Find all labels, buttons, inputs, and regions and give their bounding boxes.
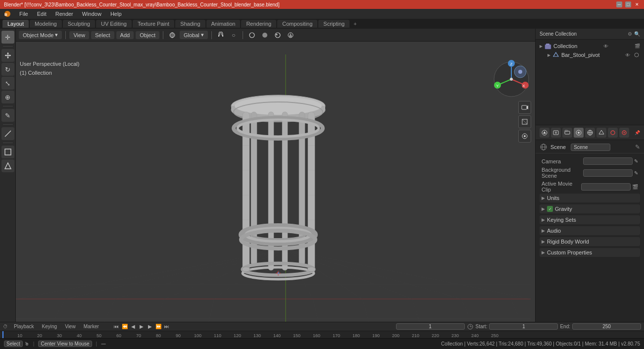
outliner-search-icon[interactable]: 🔍 [634,31,640,37]
play-button[interactable]: ▶ [138,323,145,330]
camera-pick-icon[interactable]: ✎ [634,158,638,164]
menu-file[interactable]: File [15,10,32,18]
minimize-button[interactable]: ─ [616,1,622,7]
next-keyframe-button[interactable]: ▶ [147,323,153,330]
annotate-tool-button[interactable]: ✎ [1,109,14,122]
viewlayer-properties-tab[interactable] [562,128,572,138]
menu-render[interactable]: Render [51,10,77,18]
rigid-body-header[interactable]: ▶ Rigid Body World [540,237,640,246]
close-button[interactable]: ✕ [634,1,640,7]
timeline-body[interactable]: 10 20 30 40 50 60 70 80 90 100 110 120 1… [0,331,644,338]
keying-sets-header[interactable]: ▶ Keying Sets [540,215,640,224]
step-forward-button[interactable]: ⏩ [155,323,162,330]
local-view-button[interactable] [518,130,531,143]
end-frame-input[interactable] [572,323,641,330]
rendered-icon[interactable] [285,30,296,41]
menu-window[interactable]: Window [78,10,105,18]
menu-help[interactable]: Help [106,10,126,18]
tab-animation[interactable]: Animation [206,20,241,28]
scene-edit-icon[interactable]: ✎ [635,144,640,150]
marker-menu[interactable]: Marker [82,323,101,330]
outliner-item-barstool[interactable]: ▶ Bar_Stool_pivot 👁 [536,50,644,59]
scene-properties-tab[interactable] [574,128,584,138]
object-properties-tab[interactable] [596,128,606,138]
collection-render-icon[interactable]: 🎬 [635,44,640,49]
global-transform-icon[interactable] [167,30,178,41]
camera-input[interactable] [583,157,633,165]
cursor-tool-button[interactable]: ✛ [1,31,14,44]
start-frame-input[interactable] [489,323,558,330]
rotate-tool-button[interactable]: ↻ [1,63,14,76]
audio-section-header[interactable]: ▶ Audio [540,226,640,235]
prev-keyframe-button[interactable]: ◀ [130,323,137,330]
prop-header-pin-icon[interactable]: 📌 [635,130,640,135]
render-properties-tab[interactable] [540,128,549,138]
outliner-filter-icon[interactable]: ⚙ [628,31,632,37]
scene-name-input[interactable] [571,144,610,151]
current-frame-input[interactable] [396,323,465,330]
world-properties-tab[interactable] [585,128,595,138]
jump-end-button[interactable]: ⏭ [163,323,170,330]
outliner-item-collection[interactable]: ▶ Collection 👁 🎬 [536,42,644,50]
maximize-button[interactable]: □ [625,1,631,7]
collection-visibility-icon[interactable]: 👁 [603,44,608,49]
proportional-edit-icon[interactable]: ○ [228,30,239,41]
select-menu[interactable]: Select [91,31,114,39]
viewport-gizmo[interactable]: X Y Z [492,59,531,99]
svg-text:110: 110 [214,333,221,338]
constraints-tab[interactable] [619,128,629,138]
solid-icon[interactable] [259,30,270,41]
add-menu[interactable]: Add [116,31,134,39]
tab-uv-editing[interactable]: UV Editing [96,20,132,28]
tab-layout[interactable]: Layout [2,20,29,28]
svg-text:20: 20 [37,333,42,338]
physics-properties-tab[interactable] [608,128,618,138]
tab-compositing[interactable]: Compositing [277,20,317,28]
tab-texture-paint[interactable]: Texture Paint [133,20,174,28]
step-back-button[interactable]: ⏪ [121,323,128,330]
gravity-section-header[interactable]: ▶ ✓ Gravity [540,204,640,213]
measure-tool-button[interactable] [1,127,14,140]
movie-clip-pick-icon[interactable]: 🎬 [632,184,638,190]
viewport-info: User Perspective (Local) (1) Collection [20,59,79,77]
camera-view-button[interactable] [518,101,531,114]
timeline-view-menu[interactable]: View [63,323,78,330]
timeline-icon[interactable]: ⏱ [3,324,8,329]
tab-sculpting[interactable]: Sculpting [63,20,95,28]
material-preview-icon[interactable] [272,30,283,41]
scale-tool-button[interactable]: ⤡ [1,77,14,90]
mode-select[interactable]: Object Mode ▾ [19,31,62,39]
tab-scripting[interactable]: Scripting [318,20,349,28]
orthographic-button[interactable] [518,115,531,128]
bg-scene-pick-icon[interactable]: ✎ [634,170,638,176]
add-object-button[interactable] [1,146,14,158]
playback-menu[interactable]: Playback [12,323,36,330]
object-menu[interactable]: Object [136,31,159,39]
keying-menu[interactable]: Keying [40,323,59,330]
barstool-extra-icon[interactable] [633,51,640,58]
custom-props-header[interactable]: ▶ Custom Properties [540,248,640,257]
view-menu[interactable]: View [69,31,89,39]
tab-rendering[interactable]: Rendering [241,20,276,28]
playback-controls: ⏮ ⏪ ◀ ▶ ▶ ⏩ ⏭ [110,323,173,330]
snap-toggle-icon[interactable] [215,30,226,41]
add-workspace-button[interactable]: + [350,20,359,28]
gravity-checkbox[interactable]: ✓ [547,206,553,212]
global-transform-btn[interactable]: Global ▾ [180,31,208,39]
jump-start-button[interactable]: ⏮ [113,323,120,330]
tab-modeling[interactable]: Modeling [30,20,62,28]
units-section-header[interactable]: ▶ Units [540,194,640,202]
barstool-visibility-icon[interactable]: 👁 [625,52,630,58]
bg-scene-input[interactable] [583,169,633,177]
move-tool-button[interactable] [1,49,14,62]
output-properties-tab[interactable] [551,128,561,138]
wireframe-icon[interactable] [247,30,257,41]
movie-clip-input[interactable] [581,183,631,191]
scene-container[interactable]: User Perspective (Local) (1) Collection … [16,42,535,322]
menu-edit[interactable]: Edit [33,10,50,18]
transform-tool-button[interactable]: ⊕ [1,91,14,103]
tab-shading[interactable]: Shading [175,20,205,28]
viewport[interactable]: Object Mode ▾ View Select Add Object Glo… [16,29,535,322]
svg-rect-97 [546,44,549,45]
add-mesh-button[interactable] [1,159,14,172]
